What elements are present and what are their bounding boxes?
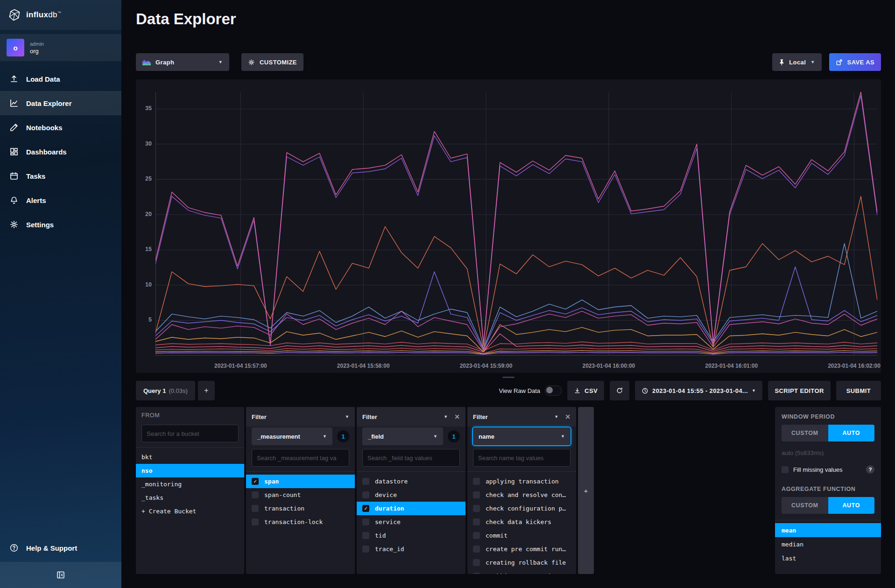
tag-key-select[interactable]: _field ▼ <box>362 427 443 445</box>
toggle-knob <box>546 387 553 393</box>
tag-value-item[interactable]: transaction-lock <box>246 515 355 529</box>
help-icon[interactable]: ? <box>866 465 874 474</box>
bucket-item[interactable]: bkt <box>136 450 244 464</box>
customize-button[interactable]: CUSTOMIZE <box>241 53 303 71</box>
y-axis-tick: 15 <box>136 246 152 252</box>
aggregate-option[interactable]: median <box>775 537 881 551</box>
sidebar-collapse[interactable] <box>0 562 121 588</box>
tag-value-item[interactable]: transaction <box>246 502 355 515</box>
sidebar-item-label: Dashboards <box>26 148 67 156</box>
time-range-dropdown[interactable]: 2023-01-04 15:55 - 2023-01-04... ▼ <box>635 381 762 400</box>
checkbox[interactable] <box>473 478 480 485</box>
checkbox[interactable] <box>473 491 480 498</box>
sidebar-item-dashboards[interactable]: Dashboards <box>0 140 121 164</box>
tag-value-search-input[interactable] <box>252 449 349 467</box>
window-period-mode: CUSTOM AUTO <box>782 425 874 441</box>
chart-plot[interactable] <box>155 92 877 356</box>
csv-button[interactable]: CSV <box>567 381 604 400</box>
aggregate-auto-button[interactable]: AUTO <box>828 497 875 514</box>
sidebar-item-load-data[interactable]: Load Data <box>0 67 121 91</box>
tag-value-item[interactable]: tid <box>357 529 465 542</box>
tag-value-item[interactable]: check and resolve con… <box>467 488 576 502</box>
checkbox[interactable] <box>473 573 480 574</box>
query-tab[interactable]: Query 1 (0.03s) <box>136 381 195 400</box>
checkbox[interactable] <box>473 532 480 539</box>
tag-value-item[interactable]: grabbing transaction <box>467 569 576 574</box>
add-filter-button[interactable]: + <box>578 407 594 574</box>
tag-value-item[interactable]: create pre commit run… <box>467 542 576 556</box>
checkbox[interactable] <box>473 546 480 553</box>
sidebar-item-tasks[interactable]: Tasks <box>0 164 121 188</box>
tag-value-item[interactable]: applying transaction <box>467 475 576 488</box>
view-raw-data-toggle[interactable] <box>545 385 562 396</box>
tag-value-item[interactable]: creating rollback file <box>467 556 576 569</box>
tag-value-item[interactable]: device <box>357 488 465 502</box>
tag-value-item-label: transaction <box>264 505 304 512</box>
bucket-item[interactable]: _tasks <box>136 491 244 504</box>
bucket-search-input[interactable] <box>141 425 239 442</box>
fill-missing-checkbox[interactable] <box>782 466 789 473</box>
aggregate-option[interactable]: last <box>775 551 881 565</box>
resize-handle[interactable] <box>502 377 514 378</box>
checkbox[interactable] <box>473 505 480 512</box>
sidebar-item-help-support[interactable]: Help & Support <box>0 536 121 560</box>
checkbox[interactable] <box>252 491 259 498</box>
tag-value-item[interactable]: datastore <box>357 475 465 488</box>
close-icon[interactable]: ✕ <box>454 413 460 420</box>
tag-key-select[interactable]: _measurement ▼ <box>252 427 332 445</box>
tag-value-item-label: check and resolve con… <box>486 491 566 498</box>
tag-value-item[interactable]: ✓duration <box>357 502 465 515</box>
window-auto-button[interactable]: AUTO <box>828 425 875 441</box>
tag-value-item[interactable]: commit <box>467 529 576 542</box>
close-icon[interactable]: ✕ <box>565 413 571 420</box>
checkbox[interactable]: ✓ <box>362 505 369 512</box>
sidebar-item-alerts[interactable]: Alerts <box>0 188 121 212</box>
sidebar-item-settings[interactable]: Settings <box>0 212 121 237</box>
view-type-select[interactable]: Graph ▼ <box>136 53 229 71</box>
sidebar-item-label: Data Explorer <box>26 99 72 107</box>
upload-icon <box>9 74 19 84</box>
tag-value-item[interactable]: check data kickers <box>467 515 576 529</box>
influxdb-logo[interactable]: influxdb™ <box>0 0 121 30</box>
checkbox[interactable] <box>252 518 259 525</box>
checkbox[interactable] <box>362 532 369 539</box>
checkbox[interactable] <box>362 518 369 525</box>
bucket-item[interactable]: nso <box>136 464 244 477</box>
submit-button[interactable]: SUBMIT <box>836 381 881 400</box>
bucket-item[interactable]: + Create Bucket <box>136 504 244 518</box>
filter-type-dropdown[interactable]: Filter ▼ ✕ <box>467 407 576 427</box>
checkbox[interactable] <box>252 505 259 512</box>
tag-value-item[interactable]: span-count <box>246 488 355 502</box>
user-name: admin <box>30 41 44 47</box>
tag-value-item[interactable]: check configuration p… <box>467 502 576 515</box>
sidebar-item-data-explorer[interactable]: Data Explorer <box>0 91 121 115</box>
checkbox[interactable] <box>473 518 480 525</box>
save-as-button[interactable]: SAVE AS <box>829 53 881 71</box>
checkbox[interactable] <box>362 478 369 485</box>
user-switcher[interactable]: o admin org <box>0 34 121 61</box>
tag-value-search-input[interactable] <box>362 449 460 467</box>
tag-value-item[interactable]: service <box>357 515 465 529</box>
aggregate-custom-button[interactable]: CUSTOM <box>782 497 828 514</box>
aggregate-option[interactable]: mean <box>775 523 881 537</box>
x-axis-tick: 2023-01-04 16:01:00 <box>705 363 758 369</box>
checkbox[interactable] <box>362 491 369 498</box>
bucket-item[interactable]: _monitoring <box>136 477 244 491</box>
tag-key-select[interactable]: name ▼ <box>473 427 571 445</box>
filter-type-dropdown[interactable]: Filter ▼ <box>246 407 355 427</box>
add-query-button[interactable]: + <box>198 381 215 400</box>
tag-value-item[interactable]: trace_id <box>357 542 465 556</box>
tag-value-item[interactable]: ✓span <box>246 475 355 488</box>
window-custom-button[interactable]: CUSTOM <box>782 425 828 441</box>
script-editor-button[interactable]: SCRIPT EDITOR <box>768 381 830 400</box>
filter-type-dropdown[interactable]: Filter ▼ ✕ <box>357 407 465 427</box>
sidebar-item-notebooks[interactable]: Notebooks <box>0 115 121 140</box>
export-icon <box>836 59 843 66</box>
refresh-button[interactable] <box>610 381 629 400</box>
timezone-select[interactable]: Local ▼ <box>772 53 822 71</box>
checkbox[interactable] <box>362 546 369 553</box>
tag-value-search-input[interactable] <box>473 449 571 467</box>
checkbox[interactable] <box>473 559 480 566</box>
y-axis-tick: 20 <box>136 211 152 217</box>
checkbox[interactable]: ✓ <box>252 478 259 485</box>
